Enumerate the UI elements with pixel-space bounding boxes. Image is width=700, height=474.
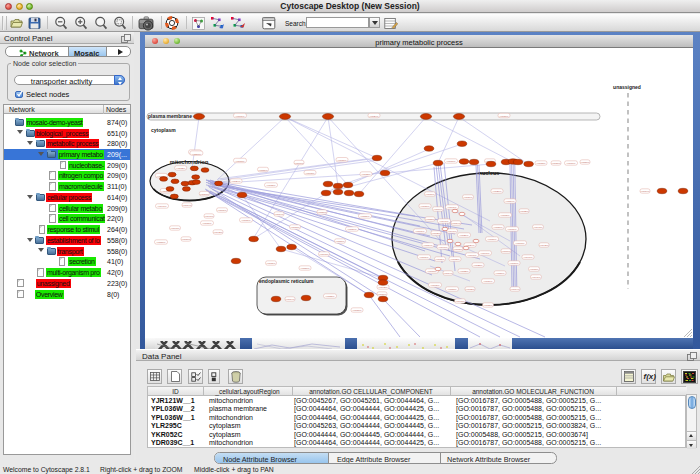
svg-text:(yhr57c): (yhr57c) <box>156 241 165 244</box>
svg-text:(yhr21c): (yhr21c) <box>459 234 468 237</box>
svg-text:(yhr65c): (yhr65c) <box>500 214 509 217</box>
svg-text:unassigned: unassigned <box>613 84 641 90</box>
svg-text:(yhr24c): (yhr24c) <box>231 180 240 183</box>
svg-text:(yhr14c): (yhr14c) <box>510 288 519 291</box>
svg-text:(yhr17c): (yhr17c) <box>446 160 455 163</box>
svg-text:(yhr46c): (yhr46c) <box>523 256 532 259</box>
svg-text:(yhr42c): (yhr42c) <box>539 244 548 247</box>
svg-text:(yhr74c): (yhr74c) <box>182 204 191 207</box>
svg-text:(yhr34c): (yhr34c) <box>640 190 649 193</box>
svg-text:(yhr39c): (yhr39c) <box>463 196 472 199</box>
svg-text:(yhr87c): (yhr87c) <box>192 152 201 155</box>
svg-text:(yhr24c): (yhr24c) <box>369 114 378 117</box>
svg-text:(yhr13c): (yhr13c) <box>427 270 436 273</box>
svg-text:(yhr60c): (yhr60c) <box>501 250 510 253</box>
svg-text:(yhr56c): (yhr56c) <box>495 272 504 275</box>
svg-text:(yhr69c): (yhr69c) <box>433 208 442 211</box>
svg-text:(yhr68c): (yhr68c) <box>453 248 462 251</box>
svg-text:(yhr73c): (yhr73c) <box>235 159 244 162</box>
svg-text:plasma membrane: plasma membrane <box>148 113 192 119</box>
svg-text:(yhr56c): (yhr56c) <box>580 161 589 164</box>
svg-text:(yhr93c): (yhr93c) <box>170 227 179 230</box>
svg-text:(yhr72c): (yhr72c) <box>465 288 474 291</box>
svg-text:(yhr50c): (yhr50c) <box>317 211 326 214</box>
svg-text:(yhr36c): (yhr36c) <box>352 309 361 312</box>
svg-text:(yhr93c): (yhr93c) <box>319 253 328 256</box>
svg-text:(yhr51c): (yhr51c) <box>360 215 369 218</box>
svg-text:(yhr58c): (yhr58c) <box>425 218 434 221</box>
svg-text:(yhr46c): (yhr46c) <box>438 246 447 249</box>
svg-text:(yhr70c): (yhr70c) <box>377 293 386 296</box>
svg-text:(yhr57c): (yhr57c) <box>335 240 344 243</box>
svg-text:(yhr14c): (yhr14c) <box>443 272 452 275</box>
svg-text:(yhr28c): (yhr28c) <box>473 264 482 267</box>
svg-text:(yhr77c): (yhr77c) <box>566 162 575 165</box>
svg-text:(yhr40c): (yhr40c) <box>204 215 213 218</box>
svg-text:(yhr61c): (yhr61c) <box>419 256 428 259</box>
svg-text:(yhr95c): (yhr95c) <box>430 284 439 287</box>
svg-text:(yhr89c): (yhr89c) <box>347 228 356 231</box>
svg-text:(yhr18c): (yhr18c) <box>536 162 545 165</box>
svg-text:endoplasmic reticulum: endoplasmic reticulum <box>259 278 314 284</box>
svg-text:cytoplasm: cytoplasm <box>151 127 176 133</box>
svg-text:(yhr97c): (yhr97c) <box>480 252 489 255</box>
svg-text:(yhr31c): (yhr31c) <box>266 262 275 265</box>
svg-text:(yhr11c): (yhr11c) <box>242 219 251 222</box>
svg-text:(yhr61c): (yhr61c) <box>235 114 244 117</box>
svg-text:(yhr61c): (yhr61c) <box>415 230 424 233</box>
svg-text:(yhr53c): (yhr53c) <box>447 288 456 291</box>
svg-text:(yhr14c): (yhr14c) <box>274 213 283 216</box>
svg-text:(yhr61c): (yhr61c) <box>217 209 226 212</box>
svg-text:(yhr91c): (yhr91c) <box>447 206 456 209</box>
svg-text:(yhr38c): (yhr38c) <box>361 173 370 176</box>
svg-text:(yhr17c): (yhr17c) <box>425 193 434 196</box>
svg-text:(yhr80c): (yhr80c) <box>200 193 209 196</box>
svg-text:(yhr30c): (yhr30c) <box>420 205 429 208</box>
svg-text:(yhr90c): (yhr90c) <box>294 161 303 164</box>
svg-text:(yhr14c): (yhr14c) <box>285 298 294 301</box>
svg-text:(yhr93c): (yhr93c) <box>455 300 464 303</box>
svg-text:(yhr62c): (yhr62c) <box>431 232 440 235</box>
svg-text:(yhr54c): (yhr54c) <box>505 200 514 203</box>
svg-text:(yhr42c): (yhr42c) <box>213 231 222 234</box>
svg-text:(yhr47c): (yhr47c) <box>447 230 456 233</box>
svg-text:(yhr56c): (yhr56c) <box>300 267 309 270</box>
svg-text:(yhr33c): (yhr33c) <box>529 268 538 271</box>
svg-text:(yhr42c): (yhr42c) <box>378 286 387 289</box>
svg-text:(yhr84c): (yhr84c) <box>451 222 460 225</box>
svg-text:(yhr71c): (yhr71c) <box>507 228 516 231</box>
svg-text:(yhr87c): (yhr87c) <box>487 238 496 241</box>
svg-text:(yhr36c): (yhr36c) <box>337 159 346 162</box>
svg-text:(yhr51c): (yhr51c) <box>258 168 267 171</box>
svg-text:(yhr30c): (yhr30c) <box>499 114 508 117</box>
svg-text:(yhr86c): (yhr86c) <box>493 226 502 229</box>
svg-text:(yhr41c): (yhr41c) <box>531 276 540 279</box>
svg-text:(yhr10c): (yhr10c) <box>509 262 518 265</box>
svg-text:(yhr73c): (yhr73c) <box>290 226 299 229</box>
svg-text:(yhr97c): (yhr97c) <box>467 254 476 257</box>
svg-text:(yhr39c): (yhr39c) <box>483 280 492 283</box>
svg-text:(yhr63c): (yhr63c) <box>515 242 524 245</box>
svg-text:(yhr47c): (yhr47c) <box>157 205 166 208</box>
svg-text:(yhr43c): (yhr43c) <box>533 226 542 229</box>
svg-text:(yhr85c): (yhr85c) <box>483 304 492 307</box>
svg-text:(yhr82c): (yhr82c) <box>176 167 185 170</box>
svg-text:(yhr26c): (yhr26c) <box>492 190 501 193</box>
svg-text:(yhr47c): (yhr47c) <box>439 220 448 223</box>
svg-text:(yhr82c): (yhr82c) <box>459 270 468 273</box>
svg-text:(yhr55c): (yhr55c) <box>325 295 334 298</box>
svg-text:(yhr70c): (yhr70c) <box>181 238 190 241</box>
svg-text:(yhr30c): (yhr30c) <box>551 162 560 165</box>
svg-text:nucleus: nucleus <box>479 170 500 176</box>
svg-text:mitochondrion: mitochondrion <box>170 158 209 164</box>
svg-text:(yhr84c): (yhr84c) <box>423 244 432 247</box>
svg-text:(yhr75c): (yhr75c) <box>266 184 275 187</box>
svg-text:(yhr37c): (yhr37c) <box>202 222 211 225</box>
svg-text:(yhr72c): (yhr72c) <box>450 258 459 261</box>
svg-text:(yhr98c): (yhr98c) <box>305 172 314 175</box>
svg-text:(yhr31c): (yhr31c) <box>435 258 444 261</box>
svg-text:(yhr32c): (yhr32c) <box>519 210 528 213</box>
